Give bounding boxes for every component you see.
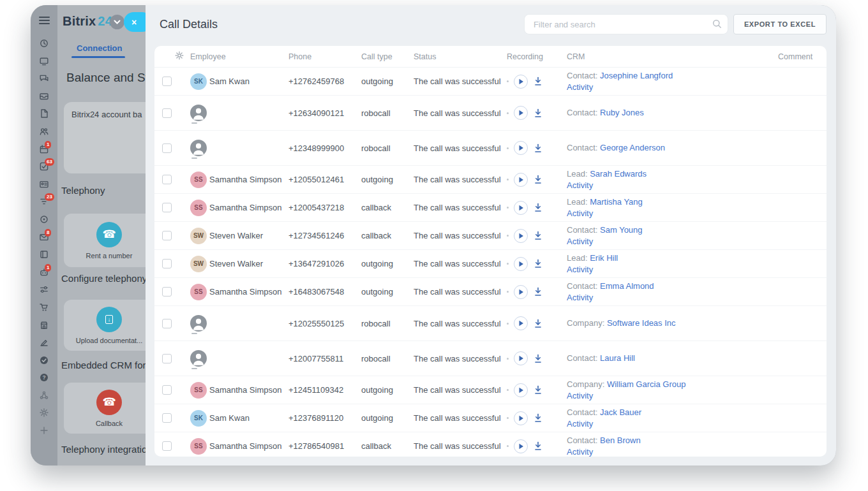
row-checkbox[interactable] [162, 287, 172, 297]
play-recording-button[interactable] [514, 75, 528, 89]
crm-entity-link[interactable]: Erik Hill [590, 253, 618, 263]
marketing-icon[interactable] [39, 214, 49, 224]
crm-icon[interactable]: 23 [39, 196, 49, 207]
column-header-crm[interactable]: CRM [567, 52, 778, 61]
play-recording-button[interactable] [514, 316, 528, 330]
download-recording-button[interactable] [533, 413, 543, 423]
row-checkbox[interactable] [162, 175, 172, 184]
crm-entity-link[interactable]: William Garcia Group [607, 379, 686, 389]
add-icon[interactable] [39, 425, 49, 436]
sales-icon[interactable] [39, 302, 49, 312]
calendar-icon[interactable]: 1 [39, 144, 49, 154]
crm-entity-link[interactable]: Sam Young [600, 225, 643, 235]
store-icon[interactable] [39, 320, 49, 330]
messenger-icon[interactable] [39, 73, 49, 84]
play-recording-button[interactable] [514, 257, 528, 271]
crm-entity-link[interactable]: Josephine Langford [600, 71, 673, 80]
crm-entity-link[interactable]: Ben Brown [600, 436, 641, 445]
download-recording-button[interactable] [533, 259, 543, 269]
crm-entity-link[interactable]: Sarah Edwards [590, 169, 647, 179]
column-header-comment[interactable]: Comment [778, 52, 827, 61]
crm-entity-link[interactable]: Laura Hill [600, 353, 635, 363]
row-checkbox[interactable] [162, 441, 172, 451]
play-recording-button[interactable] [514, 285, 528, 299]
activity-link[interactable]: Activity [567, 293, 593, 302]
download-recording-button[interactable] [533, 441, 543, 451]
activity-link[interactable]: Activity [567, 209, 593, 218]
drive-icon[interactable] [39, 249, 49, 260]
play-recording-button[interactable] [514, 141, 528, 155]
column-header-recording[interactable]: Recording [507, 52, 567, 61]
sign-icon[interactable] [39, 337, 49, 348]
column-header-employee[interactable]: Employee [190, 52, 288, 61]
help-icon[interactable]: ? [39, 372, 49, 383]
play-recording-button[interactable] [514, 201, 528, 215]
tasks-icon[interactable]: 63 [39, 161, 49, 172]
table-settings-gear-icon[interactable] [175, 51, 190, 62]
column-header-phone[interactable]: Phone [288, 52, 361, 61]
activity-link[interactable]: Activity [567, 419, 593, 429]
row-checkbox[interactable] [162, 143, 172, 153]
row-checkbox[interactable] [162, 385, 172, 395]
activity-link[interactable]: Activity [567, 82, 593, 92]
crm-entity-link[interactable]: Martisha Yang [590, 197, 643, 207]
play-recording-button[interactable] [514, 383, 528, 397]
crm-entity-link[interactable]: Software Ideas Inc [607, 318, 676, 328]
automation-icon[interactable] [39, 284, 49, 295]
download-recording-button[interactable] [533, 287, 543, 297]
activity-link[interactable]: Activity [567, 265, 593, 274]
row-checkbox[interactable] [162, 77, 172, 86]
employees-icon[interactable] [39, 126, 49, 136]
download-recording-button[interactable] [533, 175, 543, 185]
download-recording-button[interactable] [533, 318, 543, 328]
play-recording-button[interactable] [514, 439, 528, 453]
crm-entity-link[interactable]: George Anderson [600, 143, 665, 152]
search-input[interactable] [524, 14, 728, 34]
inbox-icon[interactable] [39, 91, 49, 101]
row-checkbox[interactable] [162, 203, 172, 212]
play-recording-button[interactable] [514, 106, 528, 120]
row-checkbox[interactable] [162, 319, 172, 328]
upload-documentation-tile[interactable]: ↓ Upload documentat... [64, 300, 154, 351]
checkmark-circle-icon[interactable] [39, 355, 49, 365]
tab-connection[interactable]: Connection [77, 43, 123, 53]
row-checkbox[interactable] [162, 231, 172, 240]
row-checkbox[interactable] [162, 259, 172, 268]
activity-link[interactable]: Activity [567, 180, 593, 190]
embedded-crm-form-link[interactable]: Embedded CRM form [61, 360, 154, 370]
workspace-icon[interactable] [39, 56, 49, 66]
download-recording-button[interactable] [533, 231, 543, 241]
crm-entity-link[interactable]: Ruby Jones [600, 108, 644, 117]
row-checkbox[interactable] [162, 413, 172, 423]
play-recording-button[interactable] [514, 411, 528, 425]
download-recording-button[interactable] [533, 143, 543, 153]
crm-entity-link[interactable]: Jack Bauer [600, 407, 641, 417]
download-recording-button[interactable] [533, 77, 543, 87]
contacts-icon[interactable] [39, 179, 49, 189]
settings-icon[interactable] [39, 407, 49, 418]
download-recording-button[interactable] [533, 203, 543, 213]
mail-icon[interactable]: 8 [39, 232, 49, 242]
live-feed-icon[interactable] [39, 38, 49, 48]
download-recording-button[interactable] [533, 353, 543, 363]
download-recording-button[interactable] [533, 385, 543, 395]
column-header-call-type[interactable]: Call type [361, 52, 414, 61]
download-recording-button[interactable] [533, 108, 543, 118]
activity-link[interactable]: Activity [567, 237, 593, 246]
play-recording-button[interactable] [514, 173, 528, 187]
configure-telephony-link[interactable]: Configure telephony [61, 273, 147, 284]
menu-hamburger-icon[interactable] [39, 17, 50, 24]
rent-a-number-tile[interactable]: ☎ Rent a number [64, 214, 154, 267]
ai-assistant-icon[interactable]: 1 [39, 267, 49, 277]
column-header-status[interactable]: Status [414, 52, 507, 61]
activity-link[interactable]: Activity [567, 391, 593, 400]
activity-link[interactable]: Activity [567, 447, 593, 457]
row-checkbox[interactable] [162, 354, 172, 363]
play-recording-button[interactable] [514, 229, 528, 243]
play-recording-button[interactable] [514, 351, 528, 365]
chevron-down-icon[interactable] [110, 15, 124, 29]
document-icon[interactable] [39, 108, 49, 119]
telephony-integration-link[interactable]: Telephony integration [61, 444, 153, 455]
export-to-excel-button[interactable]: EXPORT TO EXCEL [733, 14, 827, 34]
row-checkbox[interactable] [162, 108, 172, 118]
